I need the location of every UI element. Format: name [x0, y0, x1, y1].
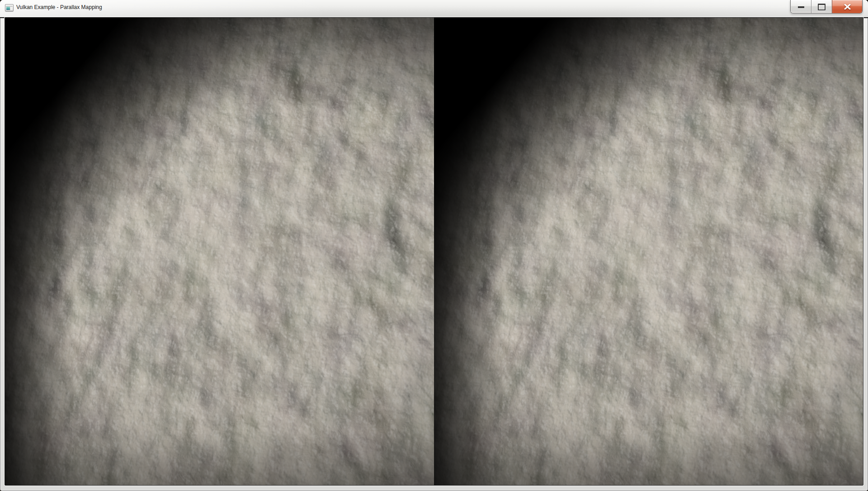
app-icon-teal-block [6, 7, 10, 10]
viewport-right[interactable] [434, 18, 863, 485]
window-controls [790, 0, 863, 14]
window-title: Vulkan Example - Parallax Mapping [16, 0, 102, 14]
render-area [5, 17, 863, 486]
vulkan-app-icon [5, 4, 14, 11]
close-icon [844, 4, 851, 10]
rock-surface-right [434, 18, 863, 485]
rock-surface-left [5, 18, 434, 485]
viewport-left[interactable] [5, 18, 434, 485]
app-window: Vulkan Example - Parallax Mapping [0, 0, 868, 491]
close-button[interactable] [832, 0, 862, 13]
maximize-button[interactable] [811, 0, 832, 13]
app-icon-white-block [11, 7, 12, 10]
minimize-button[interactable] [791, 0, 811, 13]
minimize-icon [798, 6, 804, 8]
maximize-icon [818, 4, 826, 10]
title-bar[interactable]: Vulkan Example - Parallax Mapping [0, 0, 868, 18]
